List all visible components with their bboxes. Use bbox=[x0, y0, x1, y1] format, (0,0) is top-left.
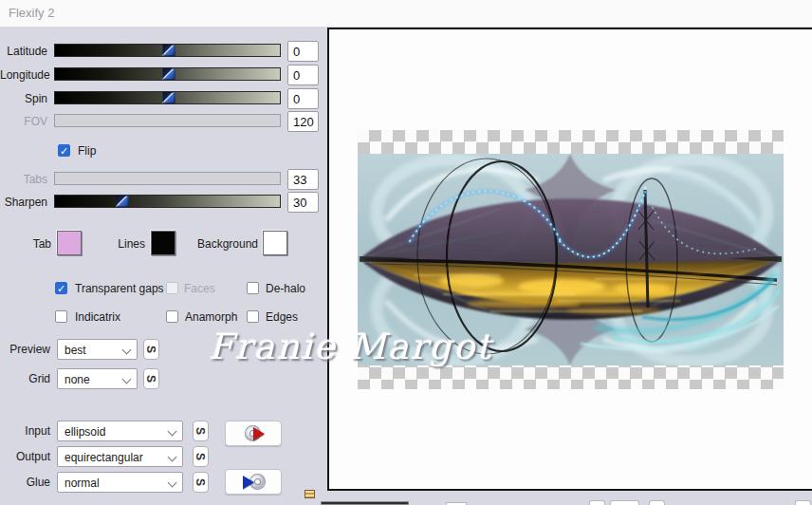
chevron-down-icon bbox=[168, 427, 177, 437]
latitude-label: Latitude bbox=[0, 45, 47, 58]
input-reset-button[interactable]: S bbox=[193, 421, 209, 441]
glue-dropdown[interactable]: normal bbox=[57, 472, 183, 493]
transparent-gaps-checkbox[interactable]: ✓ bbox=[55, 282, 67, 294]
indicatrix-checkbox[interactable] bbox=[55, 310, 67, 323]
flip-checkbox[interactable]: ✓ bbox=[58, 144, 70, 157]
flip-row: ✓ Flip bbox=[0, 141, 327, 164]
longitude-value-input[interactable] bbox=[287, 65, 319, 85]
longitude-slider-thumb[interactable] bbox=[162, 68, 175, 80]
grid-dropdown[interactable]: none bbox=[57, 368, 138, 389]
grid-label: Grid bbox=[0, 372, 50, 385]
grid-row: Grid none S bbox=[0, 368, 327, 391]
preview-dropdown-value: best bbox=[65, 344, 86, 357]
chevron-down-icon bbox=[168, 453, 177, 462]
edges-checkbox[interactable] bbox=[247, 310, 259, 323]
chevron-down-icon bbox=[122, 375, 132, 384]
sharpen-slider[interactable] bbox=[54, 195, 281, 208]
flip-label: Flip bbox=[78, 144, 96, 158]
spin-label: Spin bbox=[0, 92, 47, 105]
red-play-icon bbox=[253, 427, 265, 440]
window-titlebar: Flexify 2 bbox=[0, 0, 812, 27]
window-title: Flexify 2 bbox=[9, 6, 54, 20]
preview-reset-button[interactable]: S bbox=[143, 339, 159, 360]
input-dropdown[interactable]: ellipsoid bbox=[57, 421, 183, 441]
preview-dropdown[interactable]: best bbox=[57, 339, 138, 360]
zoom-level-button[interactable] bbox=[610, 500, 639, 505]
latitude-slider-thumb[interactable] bbox=[162, 45, 175, 56]
output-label: Output bbox=[0, 450, 50, 463]
tab-color-swatch[interactable] bbox=[57, 231, 82, 255]
input-label: Input bbox=[0, 424, 50, 438]
cd-red-button[interactable] bbox=[225, 421, 282, 446]
chevron-down-icon bbox=[122, 346, 132, 355]
spin-slider-thumb[interactable] bbox=[162, 92, 175, 103]
sharpen-slider-thumb[interactable] bbox=[117, 196, 129, 207]
glue-dropdown-value: normal bbox=[65, 477, 100, 490]
input-dropdown-value: ellipsoid bbox=[65, 425, 105, 439]
spin-row: Spin bbox=[0, 88, 327, 111]
glue-label: Glue bbox=[0, 476, 50, 489]
fov-slider bbox=[54, 114, 281, 127]
tabs-value-input[interactable] bbox=[287, 169, 319, 190]
dehalo-checkbox[interactable] bbox=[247, 282, 259, 294]
zoom-out-button[interactable] bbox=[589, 500, 605, 505]
memory-dot-icon[interactable] bbox=[304, 490, 315, 498]
input-row: Input ellipsoid S bbox=[0, 421, 327, 443]
glue-row: Glue normal S bbox=[0, 472, 327, 495]
output-reset-button[interactable]: S bbox=[193, 446, 209, 467]
corner-button[interactable] bbox=[795, 500, 811, 505]
grid-reset-button[interactable]: S bbox=[143, 368, 159, 389]
fov-row: FOV bbox=[0, 111, 327, 134]
edges-label: Edges bbox=[266, 310, 298, 324]
output-dropdown-value: equirectangular bbox=[65, 451, 143, 464]
faces-checkbox bbox=[166, 282, 178, 294]
latitude-row: Latitude bbox=[0, 41, 327, 64]
output-dropdown[interactable]: equirectangular bbox=[57, 446, 183, 467]
zoom-in-button[interactable] bbox=[649, 500, 665, 505]
cycle-icon: S bbox=[144, 346, 157, 353]
glue-reset-button[interactable]: S bbox=[193, 472, 209, 493]
tabs-row: Tabs bbox=[0, 169, 327, 192]
tab-color-label: Tab bbox=[0, 237, 51, 251]
sharpen-value-input[interactable] bbox=[287, 192, 319, 213]
latitude-value-input[interactable] bbox=[287, 41, 319, 62]
longitude-label: Longitude bbox=[0, 68, 47, 82]
dehalo-label: De-halo bbox=[266, 282, 305, 295]
cycle-icon: S bbox=[194, 478, 207, 486]
sharpen-label: Sharpen bbox=[0, 196, 47, 209]
spin-slider[interactable] bbox=[54, 91, 281, 104]
indicatrix-label: Indicatrix bbox=[75, 310, 120, 324]
check-icon: ✓ bbox=[60, 145, 69, 157]
output-row: Output equirectangular S bbox=[0, 446, 327, 469]
spin-value-input[interactable] bbox=[287, 88, 319, 109]
preview-label: Preview bbox=[0, 343, 50, 356]
chevron-down-icon bbox=[168, 478, 177, 488]
sharpen-row: Sharpen bbox=[0, 192, 327, 215]
thumbnail-strip[interactable] bbox=[321, 501, 409, 505]
background-color-label: Background bbox=[171, 237, 258, 251]
watermark-text: Franie Margot bbox=[209, 327, 493, 367]
blue-play-icon bbox=[243, 476, 254, 489]
tabs-slider bbox=[54, 172, 281, 185]
transparent-gaps-label: Transparent gaps bbox=[75, 282, 164, 295]
fov-label: FOV bbox=[0, 115, 47, 128]
cycle-icon: S bbox=[194, 453, 207, 460]
fov-value-input[interactable] bbox=[287, 111, 319, 132]
grid-dropdown-value: none bbox=[65, 373, 90, 386]
cd-blue-button[interactable] bbox=[225, 469, 282, 495]
faces-label: Faces bbox=[184, 282, 215, 295]
lines-color-label: Lines bbox=[95, 237, 145, 251]
cycle-icon: S bbox=[194, 427, 207, 435]
longitude-row: Longitude bbox=[0, 65, 327, 87]
preview-panel bbox=[327, 28, 812, 491]
tabs-label: Tabs bbox=[0, 173, 47, 186]
controls-panel: Latitude Longitude Spin FOV ✓ Flip Tabs bbox=[0, 27, 327, 505]
anamorph-label: Anamorph bbox=[185, 310, 237, 324]
background-color-swatch[interactable] bbox=[263, 231, 287, 255]
latitude-slider[interactable] bbox=[54, 44, 281, 57]
check-icon: ✓ bbox=[57, 283, 66, 294]
longitude-slider[interactable] bbox=[54, 67, 281, 81]
options-row-1: ✓ Transparent gaps Faces De-halo bbox=[0, 279, 327, 302]
anamorph-checkbox[interactable] bbox=[166, 310, 178, 323]
color-swatch-row: Tab Lines Background bbox=[0, 231, 327, 257]
